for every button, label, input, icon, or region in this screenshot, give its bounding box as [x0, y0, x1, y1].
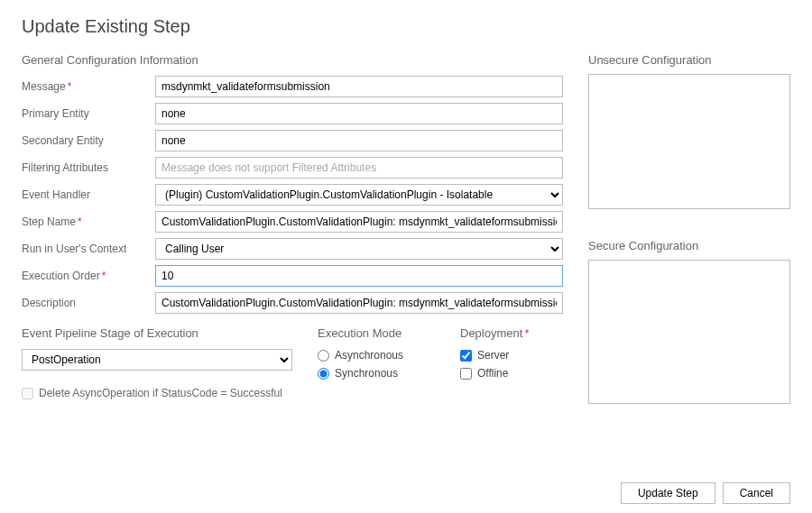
filtering-attributes-input [155, 157, 563, 179]
secure-config-textarea[interactable] [588, 260, 790, 404]
general-section: General Configuration Information Messag… [22, 53, 563, 412]
pipeline-stage-select[interactable]: PostOperation [22, 349, 292, 371]
unsecure-config-heading: Unsecure Configuration [588, 53, 790, 67]
execution-mode-heading: Execution Mode [318, 326, 435, 340]
secondary-entity-input[interactable] [155, 130, 563, 151]
secure-config-heading: Secure Configuration [588, 239, 790, 252]
event-handler-select[interactable]: (Plugin) CustomValidationPlugin.CustomVa… [155, 184, 563, 206]
description-input[interactable] [155, 292, 563, 314]
delete-async-checkbox [22, 388, 33, 399]
unsecure-config-textarea[interactable] [588, 74, 790, 209]
execution-order-input[interactable] [155, 265, 563, 287]
label-event-handler: Event Handler [22, 188, 155, 201]
delete-async-label: Delete AsyncOperation if StatusCode = Su… [39, 387, 282, 399]
run-in-users-context-select[interactable]: Calling User [155, 238, 563, 260]
cancel-button[interactable]: Cancel [723, 482, 790, 504]
update-step-button[interactable]: Update Step [621, 482, 715, 504]
label-filtering-attributes: Filtering Attributes [22, 161, 155, 174]
general-heading: General Configuration Information [22, 53, 563, 67]
label-run-in-users-context: Run in User's Context [22, 243, 155, 255]
exec-mode-sync-label: Synchronous [335, 367, 398, 380]
exec-mode-async-radio[interactable] [318, 350, 329, 362]
label-message: Message* [22, 80, 155, 93]
exec-mode-sync-radio[interactable] [318, 368, 329, 380]
label-description: Description [22, 297, 155, 309]
deployment-server-checkbox[interactable] [460, 350, 472, 362]
label-step-name: Step Name* [22, 215, 155, 228]
step-name-input[interactable] [155, 211, 563, 233]
pipeline-heading: Event Pipeline Stage of Execution [22, 326, 292, 340]
label-primary-entity: Primary Entity [22, 107, 155, 120]
deployment-offline-label: Offline [477, 367, 508, 380]
deployment-heading: Deployment* [460, 326, 563, 340]
dialog-title: Update Existing Step [22, 16, 790, 37]
label-execution-order: Execution Order* [22, 270, 155, 282]
deployment-server-label: Server [477, 349, 509, 362]
primary-entity-input[interactable] [155, 103, 563, 124]
deployment-offline-checkbox[interactable] [460, 368, 472, 380]
exec-mode-async-label: Asynchronous [335, 349, 403, 362]
message-input[interactable] [155, 76, 563, 97]
label-secondary-entity: Secondary Entity [22, 134, 155, 147]
